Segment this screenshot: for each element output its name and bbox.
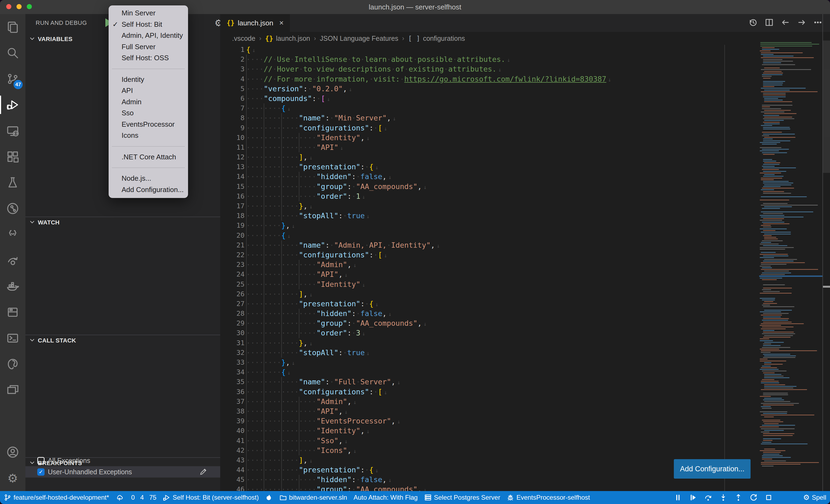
breadcrumb-item[interactable]: .vscode	[232, 35, 255, 42]
accounts-icon[interactable]	[0, 439, 25, 465]
remote-explorer-icon[interactable]	[0, 118, 25, 144]
breadcrumb-item[interactable]: {}launch.json	[265, 35, 310, 42]
code-line: 17············},↓	[220, 201, 830, 211]
navigate-forward-icon[interactable]	[797, 18, 806, 28]
minimap[interactable]	[759, 42, 823, 491]
folder-icon	[279, 494, 287, 501]
step-out-icon[interactable]	[734, 494, 742, 502]
menu-item[interactable]: Full Server	[108, 41, 188, 53]
docker-icon[interactable]	[0, 273, 25, 299]
menu-item[interactable]: Self Host: OSS	[108, 53, 188, 64]
run-and-debug-icon[interactable]	[0, 92, 25, 118]
checkbox-unchecked[interactable]	[37, 457, 44, 464]
status-auto-attach[interactable]: Auto Attach: With Flag	[353, 494, 417, 501]
line-number: 8	[220, 113, 246, 123]
menu-item[interactable]: Admin, API, Identity	[108, 30, 188, 41]
breadcrumb-item[interactable]: JSON Language Features	[320, 35, 398, 42]
code-editor[interactable]: 1{↓2····//·Use·IntelliSense·to·learn·abo…	[220, 45, 830, 491]
code-line: 19········},↓	[220, 221, 830, 230]
menu-item[interactable]: Icons	[108, 130, 188, 141]
menu-item[interactable]: Identity	[108, 74, 188, 86]
symbol-icon: [ ]	[408, 35, 420, 42]
search-icon[interactable]	[0, 40, 25, 66]
minimap-selection-highlight	[759, 275, 823, 277]
breadcrumb: .vscode›{}launch.json›JSON Language Feat…	[220, 32, 830, 45]
status-bar: feature/self-hosted-development*0475Self…	[0, 491, 830, 504]
status-solution[interactable]: bitwarden-server.sln	[279, 494, 347, 501]
code-line: 20········{↓	[220, 231, 830, 240]
menu-item[interactable]: EventsProcessor	[108, 119, 188, 130]
menu-item[interactable]: Node.js...	[108, 173, 188, 184]
explorer-icon[interactable]	[0, 14, 25, 40]
add-configuration-button[interactable]: Add Configuration...	[674, 459, 751, 479]
spell-checker-status[interactable]: ⚙ Spell	[803, 493, 826, 502]
editor-area[interactable]: {} launch.json × .vscode›{}launch.json›J…	[220, 14, 830, 491]
status-postgres-server[interactable]: Select Postgres Server	[424, 494, 500, 501]
testing-icon[interactable]	[0, 170, 25, 196]
more-actions-icon[interactable]	[813, 18, 823, 28]
step-over-icon[interactable]	[704, 494, 712, 502]
window-layers-icon[interactable]	[0, 377, 25, 403]
menu-item[interactable]: Add Configuration...	[108, 184, 188, 196]
step-into-icon[interactable]	[719, 494, 727, 502]
section-call-stack[interactable]: CALL STACK	[25, 335, 220, 346]
status-flame[interactable]	[265, 494, 273, 501]
line-number: 42	[220, 446, 246, 456]
line-number: 16	[220, 192, 246, 201]
line-number: 40	[220, 426, 246, 436]
archive-box-icon[interactable]	[0, 299, 25, 325]
menu-item[interactable]: API	[108, 85, 188, 96]
line-number: 43	[220, 456, 246, 465]
status-problems[interactable]: 0475	[130, 494, 156, 501]
breakpoint-row[interactable]: ✓User-Unhandled Exceptions	[25, 466, 220, 477]
postgresql-icon[interactable]	[0, 351, 25, 377]
breakpoint-row[interactable]: All Exceptions	[25, 455, 220, 466]
restart-icon[interactable]	[749, 494, 758, 502]
close-tab-icon[interactable]: ×	[279, 19, 283, 27]
section-watch[interactable]: WATCH	[25, 216, 220, 228]
powershell-icon[interactable]	[0, 325, 25, 351]
status-git-branch[interactable]: feature/self-hosted-development*	[4, 494, 109, 501]
code-line: 18············"stopAll":·true↓	[220, 211, 830, 221]
bug-icon	[507, 494, 514, 501]
split-editor-icon[interactable]	[765, 18, 774, 28]
breadcrumb-item[interactable]: [ ]configurations	[408, 35, 465, 42]
status-publish-changes[interactable]	[116, 494, 123, 501]
braces-face-icon[interactable]	[0, 222, 25, 247]
menu-item[interactable]: Min Server	[108, 7, 188, 19]
gitlens-icon[interactable]	[0, 196, 25, 222]
vertical-scrollbar[interactable]	[823, 40, 830, 173]
status-debug-configuration[interactable]: EventsProcessor-selfhost	[507, 494, 590, 501]
vscode-window: launch.json — server-selfhost 47 ⚙ RUN A…	[0, 0, 830, 504]
source-control-icon[interactable]: 47	[0, 66, 25, 92]
debug-alt-icon	[163, 494, 170, 501]
pending-changes-badge: 47	[13, 80, 23, 89]
gear-icon: ⚙	[803, 493, 809, 502]
code-line: 11················"API"↓	[220, 143, 830, 152]
menu-item[interactable]: ✓Self Host: Bit	[108, 19, 188, 30]
tab-launch-json[interactable]: {} launch.json ×	[220, 14, 290, 32]
line-number: 31	[220, 338, 246, 348]
timeline-icon[interactable]	[748, 18, 758, 28]
breadcrumb-separator: ›	[259, 35, 261, 42]
code-line: 13············"presentation":·{↓	[220, 162, 830, 172]
code-line: 24················"API",↓	[220, 270, 830, 279]
edit-pencil-icon[interactable]	[199, 468, 207, 477]
live-share-icon[interactable]	[0, 247, 25, 273]
menu-separator	[112, 146, 185, 147]
extensions-icon[interactable]	[0, 144, 25, 170]
menu-item[interactable]: Sso	[108, 107, 188, 119]
menu-item[interactable]: Admin	[108, 96, 188, 108]
overview-ruler-marker	[823, 286, 830, 288]
menu-item[interactable]: .NET Core Attach	[108, 152, 188, 163]
navigate-back-icon[interactable]	[781, 18, 790, 28]
status-debug-target[interactable]: Self Host: Bit (server-selfhost)	[163, 494, 259, 501]
checkbox-checked[interactable]: ✓	[37, 468, 44, 476]
continue-icon[interactable]	[689, 494, 697, 502]
settings-icon[interactable]: ⚙	[0, 465, 25, 491]
pause-icon[interactable]	[674, 494, 682, 502]
line-number: 45	[220, 475, 246, 484]
symbol-icon: {}	[265, 35, 273, 42]
stop-icon[interactable]	[765, 494, 773, 502]
line-number: 29	[220, 318, 246, 328]
